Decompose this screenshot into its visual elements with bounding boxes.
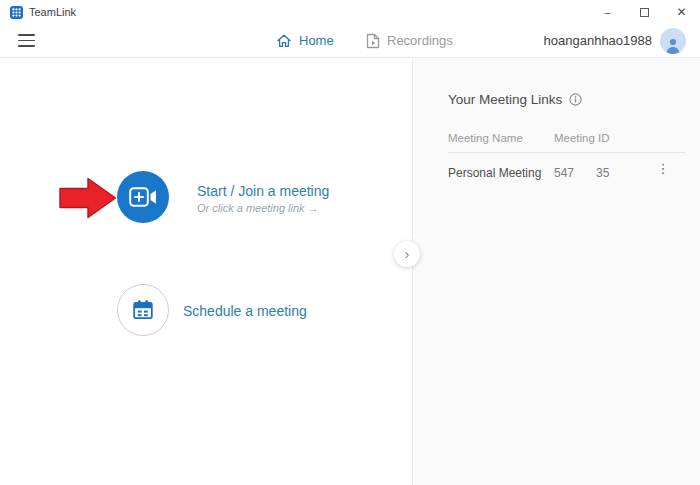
column-header-meeting-id: Meeting ID: [554, 132, 610, 144]
maximize-button[interactable]: [626, 0, 663, 24]
tab-home-label: Home: [299, 33, 334, 48]
kebab-icon: ⋮: [657, 161, 670, 176]
person-icon: [664, 36, 682, 54]
hamburger-menu-icon[interactable]: [18, 34, 35, 47]
tab-recordings[interactable]: Recordings: [366, 24, 453, 57]
meeting-row-id-first: 547: [554, 166, 574, 180]
tab-home[interactable]: Home: [276, 24, 334, 57]
recordings-icon: [366, 33, 380, 49]
table-divider: [448, 152, 686, 153]
schedule-meeting-button[interactable]: [117, 284, 169, 336]
schedule-meeting-label[interactable]: Schedule a meeting: [183, 303, 307, 319]
meeting-row-name: Personal Meeting: [448, 166, 541, 180]
minimize-button[interactable]: –: [589, 0, 626, 24]
teamlink-logo-icon: [10, 6, 23, 19]
meeting-links-title: Your Meeting Links: [448, 92, 562, 107]
titlebar: TeamLink – ✕: [0, 0, 700, 24]
meeting-links-panel: Your Meeting Links Meeting Name Meeting …: [412, 58, 700, 485]
home-icon: [276, 33, 292, 49]
panel-collapse-button[interactable]: ›: [394, 241, 420, 267]
column-header-meeting-name: Meeting Name: [448, 132, 523, 144]
video-camera-plus-icon: [129, 187, 157, 207]
chevron-right-icon: ›: [405, 246, 410, 261]
red-arrow-pointer: [59, 177, 117, 219]
tab-recordings-label: Recordings: [387, 33, 453, 48]
start-join-title: Start / Join a meeting: [197, 183, 329, 199]
avatar[interactable]: [660, 28, 686, 54]
calendar-icon: [131, 298, 155, 322]
app-title: TeamLink: [29, 6, 76, 18]
maximize-icon: [640, 8, 649, 17]
close-button[interactable]: ✕: [663, 0, 700, 24]
nav-bar: Home Recordings hoanganhhao1988: [0, 24, 700, 58]
info-icon[interactable]: [569, 93, 582, 106]
start-join-text-block[interactable]: Start / Join a meeting Or click a meetin…: [197, 183, 329, 214]
start-join-subtitle: Or click a meeting link →: [197, 202, 329, 214]
username[interactable]: hoanganhhao1988: [544, 24, 652, 57]
main-content: Start / Join a meeting Or click a meetin…: [0, 58, 700, 485]
meeting-row-kebab-menu[interactable]: ⋮: [655, 161, 671, 183]
window-controls: – ✕: [589, 0, 700, 24]
meeting-row-id-last: 35: [596, 166, 609, 180]
start-join-meeting-button[interactable]: [117, 171, 169, 223]
